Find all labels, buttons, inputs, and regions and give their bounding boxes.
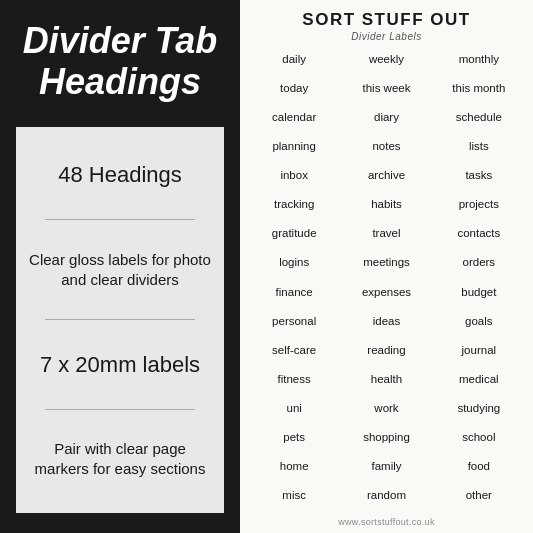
info-labels-desc: Clear gloss labels for photo and clear d… bbox=[26, 244, 214, 297]
label-cell: self-care bbox=[248, 339, 340, 368]
label-cell: inbox bbox=[248, 164, 340, 193]
label-cell: random bbox=[340, 484, 432, 513]
info-pair: Pair with clear page markers for easy se… bbox=[26, 433, 214, 486]
right-panel: Sort Stuff Out Divider Labels dailyweekl… bbox=[240, 0, 533, 533]
label-cell: notes bbox=[340, 135, 432, 164]
label-cell: health bbox=[340, 368, 432, 397]
label-cell: daily bbox=[248, 48, 340, 77]
label-cell: travel bbox=[340, 222, 432, 251]
labels-grid: dailyweeklymonthlytodaythis weekthis mon… bbox=[248, 48, 525, 513]
label-cell: pets bbox=[248, 426, 340, 455]
label-cell: habits bbox=[340, 193, 432, 222]
label-cell: tasks bbox=[433, 164, 525, 193]
card-subtitle: Divider Labels bbox=[351, 31, 421, 42]
label-cell: meetings bbox=[340, 251, 432, 280]
label-cell: work bbox=[340, 397, 432, 426]
label-cell: other bbox=[433, 484, 525, 513]
label-cell: reading bbox=[340, 339, 432, 368]
label-cell: food bbox=[433, 455, 525, 484]
label-cell: fitness bbox=[248, 368, 340, 397]
label-cell: school bbox=[433, 426, 525, 455]
label-cell: tracking bbox=[248, 193, 340, 222]
label-cell: this week bbox=[340, 77, 432, 106]
label-cell: gratitude bbox=[248, 222, 340, 251]
label-cell: journal bbox=[433, 339, 525, 368]
label-cell: ideas bbox=[340, 310, 432, 339]
label-cell: finance bbox=[248, 281, 340, 310]
label-cell: uni bbox=[248, 397, 340, 426]
divider-1 bbox=[45, 219, 195, 220]
divider-3 bbox=[45, 409, 195, 410]
label-cell: goals bbox=[433, 310, 525, 339]
label-cell: this month bbox=[433, 77, 525, 106]
label-cell: schedule bbox=[433, 106, 525, 135]
label-cell: studying bbox=[433, 397, 525, 426]
info-headings-count: 48 Headings bbox=[58, 154, 182, 196]
label-cell: contacts bbox=[433, 222, 525, 251]
label-cell: diary bbox=[340, 106, 432, 135]
label-cell: medical bbox=[433, 368, 525, 397]
card-brand: Sort Stuff Out bbox=[302, 10, 470, 30]
label-cell: weekly bbox=[340, 48, 432, 77]
card-footer: www.sortstuffout.co.uk bbox=[338, 517, 434, 527]
label-cell: monthly bbox=[433, 48, 525, 77]
label-cell: logins bbox=[248, 251, 340, 280]
left-panel: Divider Tab Headings 48 Headings Clear g… bbox=[0, 0, 240, 533]
label-cell: shopping bbox=[340, 426, 432, 455]
label-cell: lists bbox=[433, 135, 525, 164]
label-cell: home bbox=[248, 455, 340, 484]
label-cell: planning bbox=[248, 135, 340, 164]
info-size: 7 x 20mm labels bbox=[40, 344, 200, 386]
label-cell: budget bbox=[433, 281, 525, 310]
divider-2 bbox=[45, 319, 195, 320]
left-info: 48 Headings Clear gloss labels for photo… bbox=[16, 127, 224, 513]
label-cell: archive bbox=[340, 164, 432, 193]
label-cell: today bbox=[248, 77, 340, 106]
label-cell: calendar bbox=[248, 106, 340, 135]
label-cell: personal bbox=[248, 310, 340, 339]
label-cell: misc bbox=[248, 484, 340, 513]
main-title: Divider Tab Headings bbox=[16, 20, 224, 103]
label-cell: orders bbox=[433, 251, 525, 280]
label-cell: expenses bbox=[340, 281, 432, 310]
label-cell: projects bbox=[433, 193, 525, 222]
label-cell: family bbox=[340, 455, 432, 484]
